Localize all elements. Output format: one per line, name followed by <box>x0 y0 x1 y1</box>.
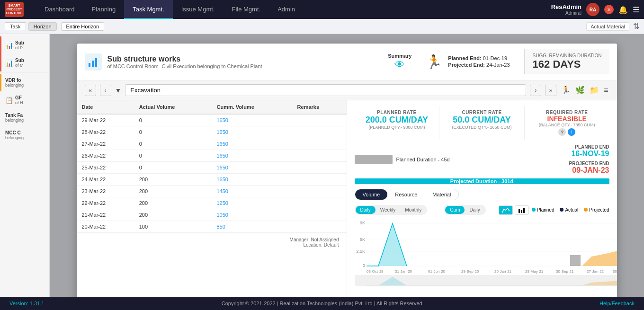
nav-tab-planning[interactable]: Planning <box>83 0 125 19</box>
location-info: Location: Default <box>85 242 339 248</box>
svg-rect-1 <box>92 61 94 67</box>
sidebar-sub-5: belonging <box>5 118 24 123</box>
table-cell-cumm[interactable]: 1650 <box>212 114 293 126</box>
monthly-tab[interactable]: Monthly <box>400 206 426 214</box>
sub-nav-task[interactable]: Task <box>5 22 26 30</box>
table-cell-cumm[interactable]: 1450 <box>212 186 293 197</box>
modal: Sub structure works of MCC Control Room-… <box>77 44 617 297</box>
material-tab[interactable]: Material <box>425 189 458 200</box>
nav-next-btn[interactable]: › <box>530 85 541 96</box>
modal-subtitle: of MCC Control Room- Civil Execution bel… <box>107 63 388 69</box>
folder-filter-icon[interactable]: 📁 <box>589 85 600 96</box>
nav-first-btn[interactable]: « <box>85 85 96 96</box>
horizon-selector[interactable]: Entire Horizon <box>61 22 105 31</box>
sidebar-item-1[interactable]: 📊 Sub of P <box>0 36 49 54</box>
planned-rate-label: PLANNED RATE <box>358 110 436 115</box>
table-cell-cumm[interactable]: 1650 <box>212 150 293 162</box>
sidebar-item-4[interactable]: 📋 GF of H <box>0 91 49 109</box>
cum-tab[interactable]: Cum <box>445 206 465 214</box>
sidebar-item-2[interactable]: 📊 Sub of M <box>0 54 49 71</box>
help-question-icon[interactable]: ? <box>558 128 566 136</box>
search-input[interactable] <box>125 84 526 96</box>
summary-area[interactable]: Summary 👁 <box>388 53 411 71</box>
nav-prev-btn[interactable]: ‹ <box>100 85 111 96</box>
table-cell-date: 22-Mar-22 <box>77 197 134 209</box>
modal-title-area: Sub structure works of MCC Control Room-… <box>107 55 388 69</box>
current-rate-card: CURRENT RATE 50.0 CUM/DAY (EXECUTED QTY.… <box>439 106 525 140</box>
svg-text:31-Jan-20: 31-Jan-20 <box>395 269 412 274</box>
sidebar-item-6[interactable]: MCC C belonging <box>0 126 49 144</box>
sidebar-title-3: VDR fo <box>5 78 24 83</box>
nav-last-btn[interactable]: » <box>545 85 556 96</box>
help-feedback-link[interactable]: Help/Feedback <box>599 301 635 306</box>
remaining-label: SUGG. REMAINING DURATION <box>533 53 602 58</box>
table-cell-actual: 0 <box>134 126 212 138</box>
actual-material-label: Actual Material <box>586 22 629 31</box>
daily-cum-tab[interactable]: Daily <box>465 206 484 214</box>
sidebar-sub-6: belonging <box>5 135 24 140</box>
table-cell-cumm[interactable]: 1650 <box>212 174 293 186</box>
nav-tab-file-mgmt[interactable]: File Mgmt. <box>223 0 269 19</box>
nav-tab-dashboard[interactable]: Dashboard <box>36 0 83 19</box>
resource-tab[interactable]: Resource <box>387 189 425 200</box>
chart-icon-2: 📊 <box>5 59 13 67</box>
current-rate-label: CURRENT RATE <box>443 110 520 115</box>
table-cell-cumm[interactable]: 850 <box>212 221 293 233</box>
nav-tab-admin[interactable]: Admin <box>269 0 304 19</box>
menu-icon[interactable]: ☰ <box>633 5 639 14</box>
svg-text:27-Jan-22: 27-Jan-22 <box>587 269 604 274</box>
area-chart-btn[interactable] <box>499 205 513 215</box>
nav-tab-issue-mgmt[interactable]: Issue Mgmt. <box>173 0 224 19</box>
user-badge: ResAdmin Admiral <box>551 3 581 16</box>
table-cell-cumm[interactable]: 1650 <box>212 162 293 174</box>
table-cell-remarks <box>293 174 347 186</box>
legend-actual-label: Actual <box>565 207 578 213</box>
help-info-icon[interactable]: i <box>568 128 575 136</box>
daily-tab[interactable]: Daily <box>356 206 376 214</box>
chart-controls: Daily Weekly Monthly Cum Daily <box>355 205 609 215</box>
weekly-tab[interactable]: Weekly <box>376 206 401 214</box>
modal-header-right: Summary 👁 🏃 Planned End: 01-Dec-19 <box>388 49 609 74</box>
legend-planned-dot <box>532 208 536 212</box>
planned-end-text: Planned End: 01-Dec-19 <box>448 55 510 61</box>
bar-chart-btn[interactable] <box>515 205 529 215</box>
table-cell-actual: 0 <box>134 114 212 126</box>
modal-container: Sub structure works of MCC Control Room-… <box>50 34 644 297</box>
sub-nav-horizon[interactable]: Horizon <box>28 22 57 31</box>
settings-filter-icon[interactable]: ≡ <box>603 85 609 96</box>
sidebar-item-5[interactable]: Tank Fa belonging <box>0 109 49 126</box>
table-section: Date Actual Volume Cumm. Volume Remarks … <box>77 100 347 297</box>
filter-icon: ▼ <box>115 87 122 94</box>
sub-nav-right: Actual Material ⇅ <box>586 22 639 31</box>
nav-right: ResAdmin Admiral RA ✕ 🔔 ☰ <box>551 3 639 16</box>
sidebar-title-2: Sub <box>15 58 24 63</box>
sidebar-title-5: Tank Fa <box>5 113 24 118</box>
planned-end-label: PLANNED END <box>569 144 609 150</box>
notification-icon[interactable]: 🔔 <box>618 5 628 14</box>
profile-avatar[interactable]: RA <box>586 3 599 16</box>
table-cell-remarks <box>293 221 347 233</box>
table-cell-cumm[interactable]: 1050 <box>212 209 293 221</box>
svg-text:30-Sep-21: 30-Sep-21 <box>556 269 574 274</box>
sidebar-title-1: Sub <box>15 40 24 45</box>
volume-tab[interactable]: Volume <box>355 189 388 200</box>
leaf-filter-icon[interactable]: 🌿 <box>574 85 586 96</box>
running-filter-icon[interactable]: 🏃 <box>560 85 572 96</box>
table-cell-cumm[interactable]: 1650 <box>212 126 293 138</box>
table-cell-date: 27-Mar-22 <box>77 138 134 150</box>
svg-text:5K: 5K <box>359 237 365 242</box>
table-row: 25-Mar-2201650 <box>77 162 347 174</box>
sort-icon[interactable]: ⇅ <box>633 22 639 31</box>
user-role: Admiral <box>565 10 581 16</box>
filter-bar: « ‹ ▼ › » 🏃 🌿 📁 ≡ <box>77 80 617 100</box>
table-cell-actual: 200 <box>134 186 212 197</box>
close-icon[interactable]: ✕ <box>604 5 614 14</box>
nav-tab-task-mgmt[interactable]: Task Mgmt. <box>124 0 172 19</box>
table-cell-date: 26-Mar-22 <box>77 150 134 162</box>
table-cell-cumm[interactable]: 1650 <box>212 138 293 150</box>
volume-tabs: Volume Resource Material <box>355 189 459 200</box>
table-cell-cumm[interactable]: 1250 <box>212 197 293 209</box>
logo-area: SMARTPROJECTCONTROL <box>5 2 27 17</box>
table-cell-actual: 0 <box>134 162 212 174</box>
sidebar-item-3[interactable]: VDR fo belonging <box>0 74 49 91</box>
